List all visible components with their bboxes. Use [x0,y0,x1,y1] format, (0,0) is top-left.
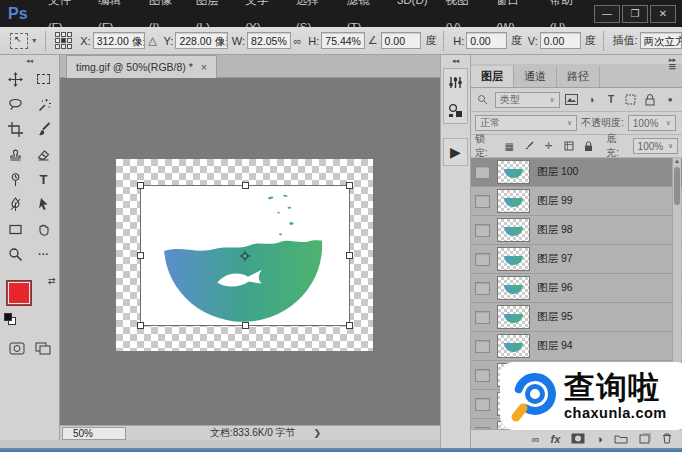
filter-smart-objects-icon[interactable] [643,94,659,106]
new-layer-icon[interactable] [639,433,651,444]
panel-tab[interactable]: 图层 [471,66,514,87]
lasso-tool[interactable] [2,92,29,116]
transform-handle-n[interactable] [242,182,249,189]
filter-shape-layers-icon[interactable] [623,94,639,105]
move-tool[interactable] [2,67,29,91]
foreground-color-swatch[interactable] [6,280,32,306]
path-select-tool[interactable] [30,192,57,216]
opacity-dropdown[interactable]: 100% ∨ [628,115,676,131]
interpolation-dropdown[interactable]: 两次立方 [640,32,682,49]
visibility-toggle[interactable] [475,224,490,237]
v-skew-field[interactable]: 0.00 [540,32,581,49]
strip-collapse-icon[interactable]: ◂◂ [441,55,470,66]
lock-all-icon[interactable] [580,141,596,152]
transform-handle-ne[interactable] [346,182,353,189]
panel-tab[interactable]: 通道 [514,66,557,87]
adjustment-layer-icon[interactable]: ◑ [596,433,603,445]
layer-thumbnail[interactable] [497,247,530,271]
history-brush-tool[interactable] [2,167,29,191]
visibility-toggle[interactable] [475,369,490,382]
canvas-viewport[interactable] [60,78,440,425]
transform-target-image[interactable] [140,185,350,326]
lock-position-icon[interactable]: ✛ [541,141,557,151]
quick-mask-icon[interactable] [9,342,25,357]
lock-pixels-icon[interactable] [521,141,537,151]
actions-panel-icon[interactable]: ▶ [447,143,465,161]
visibility-toggle[interactable] [475,282,490,295]
document-tab[interactable]: timg.gif @ 50%(RGB/8) * × [66,55,217,78]
visibility-toggle[interactable] [475,311,490,324]
relative-position-icon[interactable]: △ [148,34,156,47]
h-skew-field[interactable]: 0.00 [466,32,507,49]
layer-group-icon[interactable] [614,434,628,444]
maximize-button[interactable]: ❐ [622,5,648,23]
layer-row[interactable]: 图层 99 [471,187,682,216]
close-button[interactable]: ✕ [650,5,676,23]
tool-preset-dropdown-icon[interactable]: ▾ [32,36,36,45]
layer-row[interactable]: 图层 97 [471,245,682,274]
link-layers-icon[interactable]: ∞ [532,433,540,445]
panel-tab[interactable]: 路径 [557,66,600,87]
height-field[interactable]: 75.44% [321,32,364,49]
visibility-toggle[interactable] [475,253,490,266]
toolbar-collapse-icon[interactable]: ◂◂ [0,55,59,67]
layer-row[interactable]: 图层 100 [471,158,682,187]
crop-tool[interactable] [2,117,29,141]
tool-preset-icon[interactable] [10,33,28,49]
layer-row[interactable]: 图层 95 [471,303,682,332]
filter-type-layers-icon[interactable]: T [603,94,619,105]
transform-handle-nw[interactable] [137,182,144,189]
layer-row[interactable]: 图层 96 [471,274,682,303]
lock-artboard-icon[interactable] [561,141,577,151]
layer-style-icon[interactable]: fx [551,433,561,445]
link-dimensions-icon[interactable]: ∞ [294,35,302,47]
scrollbar-thumb[interactable] [674,167,680,205]
styles-panel-icon[interactable] [447,101,465,119]
filter-kind-dropdown[interactable]: 类型 ∨ [495,92,560,108]
layer-thumbnail[interactable] [497,189,530,213]
hand-tool[interactable] [30,217,57,241]
layer-thumbnail[interactable] [497,276,530,300]
scroll-up-icon[interactable]: ▲ [674,158,680,164]
dock-collapse-icon[interactable]: ▸▸ [471,55,682,64]
swap-colors-icon[interactable]: ⇄ [48,276,56,286]
pen-tool[interactable] [2,192,29,216]
transform-handle-w[interactable] [137,252,144,259]
rotation-field[interactable]: 0.00 [381,32,422,49]
layer-row[interactable]: 图层 94 [471,332,682,361]
blend-mode-dropdown[interactable]: 正常 ∨ [475,115,577,131]
shape-tool[interactable] [2,217,29,241]
transform-handle-e[interactable] [346,252,353,259]
screen-mode-icon[interactable] [35,342,51,357]
y-position-field[interactable]: 228.00 像素 [175,32,227,49]
reference-point-locator[interactable] [55,32,72,49]
default-colors-icon[interactable] [4,313,18,325]
fill-dropdown[interactable]: 100% ∨ [633,138,678,154]
type-tool[interactable]: T [30,167,57,191]
delete-layer-icon[interactable] [662,433,672,444]
rect-marquee-tool[interactable] [30,67,57,91]
filter-toggle-icon[interactable]: ● [662,95,678,104]
layer-thumbnail[interactable] [497,334,530,358]
status-chevron-icon[interactable]: ❯ [314,428,322,438]
clone-stamp-tool[interactable] [2,142,29,166]
adjustments-panel-icon[interactable] [447,73,465,91]
visibility-toggle[interactable] [475,398,490,411]
x-position-field[interactable]: 312.00 像素 [93,32,145,49]
tab-close-icon[interactable]: × [201,61,207,73]
visibility-toggle[interactable] [475,427,490,430]
magic-wand-tool[interactable] [30,92,57,116]
transform-handle-sw[interactable] [137,322,144,329]
transparent-canvas[interactable] [116,159,373,351]
visibility-toggle[interactable] [475,340,490,353]
filter-pixel-layers-icon[interactable] [564,94,580,105]
panel-menu-icon[interactable]: ≡ [668,59,676,74]
zoom-level-field[interactable]: 50% [62,427,126,440]
edit-toolbar-button[interactable]: ··· [30,242,57,266]
minimize-button[interactable]: — [594,5,620,23]
layer-thumbnail[interactable] [497,218,530,242]
transform-handle-se[interactable] [346,322,353,329]
eraser-tool[interactable] [30,142,57,166]
layer-mask-icon[interactable] [571,433,585,444]
layer-thumbnail[interactable] [497,160,530,184]
